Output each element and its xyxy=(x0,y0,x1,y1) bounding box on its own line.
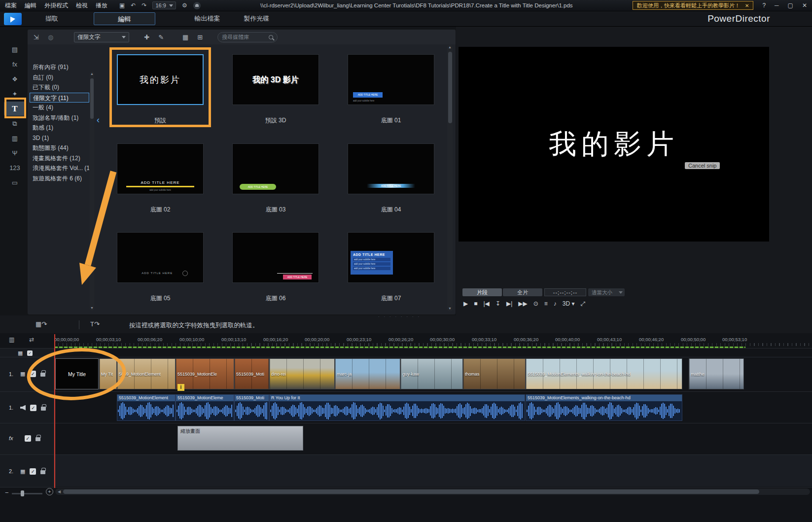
welcome-banner[interactable]: 歡迎使用，快來看看輕鬆上手的教學影片！ ✕ xyxy=(633,1,753,10)
scrollbar-thumb[interactable] xyxy=(448,52,452,123)
audio-clip[interactable]: 5515039_MotionEleme xyxy=(176,394,234,421)
welcome-close-icon[interactable]: ✕ xyxy=(745,3,749,8)
menu-item[interactable]: 編輯 xyxy=(25,1,36,10)
tab-create-disc[interactable]: 製作光碟 xyxy=(231,12,282,25)
template-thumbnail[interactable]: ADD TITLE HERE xyxy=(348,143,434,194)
track-enable-checkbox[interactable]: ✓ xyxy=(30,468,36,475)
title-template-lower01[interactable]: ADD TITLE HERE add your subtitle here 底圖… xyxy=(348,54,434,133)
playhead[interactable] xyxy=(54,334,55,488)
timeline-clip[interactable]: dino-rei xyxy=(269,358,335,389)
category-item[interactable]: 旅遊風格套件 6 (6) xyxy=(30,174,89,184)
pip-objects-room-icon[interactable]: ❖ xyxy=(4,72,26,86)
voice-over-room-icon[interactable]: Ψ xyxy=(4,146,26,160)
chapter-room-icon[interactable]: 123 xyxy=(4,161,26,175)
category-item[interactable]: 自訂 (0) xyxy=(30,72,89,83)
template-thumbnail[interactable]: ADD TITLE HERE add your subtitle here xyxy=(117,143,204,194)
title-template-lower05[interactable]: ADD TITLE HERE 底圖 05 xyxy=(117,232,204,311)
redo-icon[interactable]: ↷ xyxy=(141,2,146,9)
scrollbar-thumb[interactable] xyxy=(63,489,759,494)
grid-view-icon[interactable]: ▦ xyxy=(182,34,188,41)
media-room-icon[interactable]: ▤ xyxy=(4,42,26,57)
template-thumbnail[interactable]: 我的 3D 影片 xyxy=(232,54,319,105)
aspect-ratio-dropdown[interactable]: 16:9 xyxy=(152,1,176,9)
template-thumbnail[interactable]: ADD TITLE HERE xyxy=(117,232,204,283)
title-template-lower02[interactable]: ADD TITLE HERE add your subtitle here 底圖… xyxy=(117,143,204,222)
title-template-lower03[interactable]: ADD TITLE HERE 底圖 03 xyxy=(232,143,319,222)
preview-quality-icon[interactable]: ≡ xyxy=(544,300,548,307)
zoom-slider-thumb[interactable] xyxy=(21,490,24,496)
timeline-clip[interactable]: guy-kaw xyxy=(400,358,463,389)
category-scrollbar[interactable]: ▲ ▼ xyxy=(90,71,94,311)
tab-edit[interactable]: 編輯 xyxy=(94,12,155,25)
category-item[interactable]: 一般 (4) xyxy=(30,103,89,113)
previous-frame-icon[interactable]: |◀ xyxy=(483,300,489,307)
fullscreen-icon[interactable]: ⤢ xyxy=(581,300,586,307)
library-filter-dropdown[interactable]: 僅限文字 xyxy=(74,32,129,42)
category-item[interactable]: 致謝名單/捲動 (1) xyxy=(30,113,89,123)
panel-splitter-handle[interactable] xyxy=(360,314,439,319)
download-templates-icon[interactable]: ◍ xyxy=(48,34,53,41)
import-media-icon[interactable]: ⇲ xyxy=(34,34,39,41)
title-template-lower04[interactable]: ADD TITLE HERE 底圖 04 xyxy=(348,143,434,222)
threed-mode-dropdown[interactable]: 3D ▾ xyxy=(563,300,575,307)
track-enable-checkbox[interactable]: ✓ xyxy=(25,435,31,442)
category-item[interactable]: 動感 (1) xyxy=(30,123,89,133)
category-item[interactable]: 所有內容 (91) xyxy=(30,62,89,72)
movie-mode-button[interactable]: 全片 xyxy=(503,288,542,296)
timecode-display[interactable]: --;--;--;-- xyxy=(544,288,586,296)
scroll-left-icon[interactable]: ◀ xyxy=(58,489,61,494)
timeline-clip[interactable]: marc-ja xyxy=(335,358,400,389)
template-thumbnail[interactable]: ADD TITLE HERE add your subtitle here xyxy=(348,54,434,105)
close-icon[interactable]: ✕ xyxy=(802,2,807,9)
timeline-clip[interactable]: matthe xyxy=(689,358,744,389)
timeline-clip[interactable]: 5039_MotionElement xyxy=(117,358,176,389)
play-icon[interactable]: ▶ xyxy=(463,300,468,307)
title-template-lower06[interactable]: ADD TITLE HERE 底圖 06 xyxy=(232,232,319,311)
preview-size-dropdown[interactable]: 適當大小 xyxy=(588,288,625,296)
category-item[interactable]: 動態圖形 (44) xyxy=(30,143,89,153)
particle-room-icon[interactable]: ✦ xyxy=(4,87,26,101)
effect-room-icon[interactable]: fx xyxy=(4,57,26,71)
menu-item[interactable]: 外掛程式 xyxy=(44,1,68,10)
template-thumbnail[interactable]: 我的影片 xyxy=(117,54,204,105)
settings-gear-icon[interactable]: ⚙ xyxy=(182,2,187,9)
timeline-clip[interactable]: 5515039_Moti xyxy=(234,358,269,389)
zoom-out-icon[interactable]: − xyxy=(5,489,9,496)
thumbnail-size-icon[interactable]: ⊞ xyxy=(197,34,203,41)
effect-clip[interactable]: 縮放畫面 xyxy=(177,426,303,451)
minimize-icon[interactable]: ─ xyxy=(775,2,779,9)
title-template-lower07[interactable]: ADD TITLE HERE add your subtitle here ad… xyxy=(348,232,434,311)
tab-capture[interactable]: 擷取 xyxy=(22,12,81,25)
snapshot-icon[interactable]: ⊙ xyxy=(533,300,538,307)
title-template-default-3d[interactable]: 我的 3D 影片 預設 3D xyxy=(232,54,319,133)
notification-bell-icon[interactable] xyxy=(193,2,201,9)
lock-icon[interactable] xyxy=(40,470,45,474)
audio-clip[interactable]: 5515039_MotionElement xyxy=(117,394,176,421)
timeline-clip[interactable]: My Title xyxy=(55,358,99,389)
category-item[interactable]: 僅限文字 (11) xyxy=(30,93,89,103)
next-frame-icon[interactable]: ▶| xyxy=(506,300,512,307)
scroll-down-icon[interactable]: ▼ xyxy=(448,306,452,312)
tab-produce[interactable]: 輸出檔案 xyxy=(181,12,233,25)
scrollbar-thumb[interactable] xyxy=(90,78,94,119)
title-room-icon[interactable]: T xyxy=(4,102,26,116)
stop-icon[interactable]: ■ xyxy=(474,300,477,307)
scroll-down-icon[interactable]: ▼ xyxy=(90,306,94,311)
timeline-clip[interactable]: My Tit xyxy=(99,358,117,389)
timeline-clip[interactable]: thomas xyxy=(463,358,526,389)
select-all-checkbox[interactable]: ✓ xyxy=(27,350,33,356)
edit-title-icon[interactable]: ✎ xyxy=(158,34,164,41)
zoom-in-icon[interactable]: + xyxy=(46,488,53,495)
collapse-panel-chevron[interactable]: ‹ xyxy=(97,113,103,127)
info-badge-icon[interactable]: i xyxy=(177,384,184,391)
audio-mixing-room-icon[interactable]: ▥ xyxy=(4,131,26,145)
clip-mode-button[interactable]: 片段 xyxy=(462,288,502,296)
zoom-slider[interactable] xyxy=(12,493,42,494)
library-scrollbar[interactable]: ▲ ▼ xyxy=(447,44,453,312)
audio-clip[interactable]: 5515039_Moti xyxy=(234,394,269,421)
template-thumbnail[interactable]: ADD TITLE HERE xyxy=(232,143,319,194)
template-thumbnail[interactable]: ADD TITLE HERE xyxy=(232,232,319,283)
category-item[interactable]: 漫畫風格套件 (12) xyxy=(30,153,89,164)
menu-item[interactable]: 播放 xyxy=(96,1,107,10)
cancel-snip-button[interactable]: Cancel snip xyxy=(685,162,720,169)
